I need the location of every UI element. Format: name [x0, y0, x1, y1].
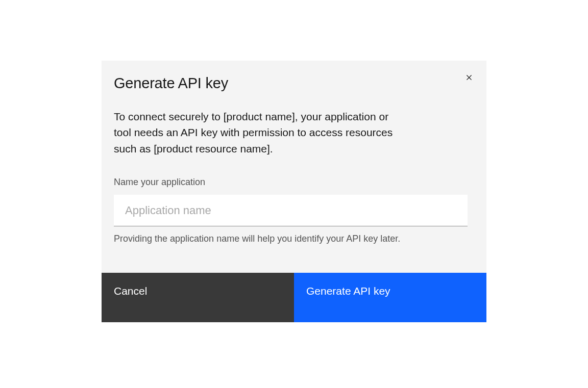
generate-api-key-modal: Generate API key To connect securely to … [102, 61, 486, 322]
application-name-label: Name your application [114, 177, 474, 188]
modal-title: Generate API key [114, 74, 474, 93]
helper-text: Providing the application name will help… [114, 234, 474, 244]
close-icon [464, 72, 474, 84]
svg-marker-0 [467, 75, 472, 80]
modal-footer: Cancel Generate API key [102, 273, 486, 322]
modal-description: To connect securely to [product name], y… [114, 109, 405, 157]
modal-body: Generate API key To connect securely to … [102, 61, 486, 273]
close-button[interactable] [461, 70, 477, 86]
application-name-input[interactable] [114, 195, 468, 226]
cancel-button[interactable]: Cancel [102, 273, 294, 322]
generate-button[interactable]: Generate API key [294, 273, 486, 322]
